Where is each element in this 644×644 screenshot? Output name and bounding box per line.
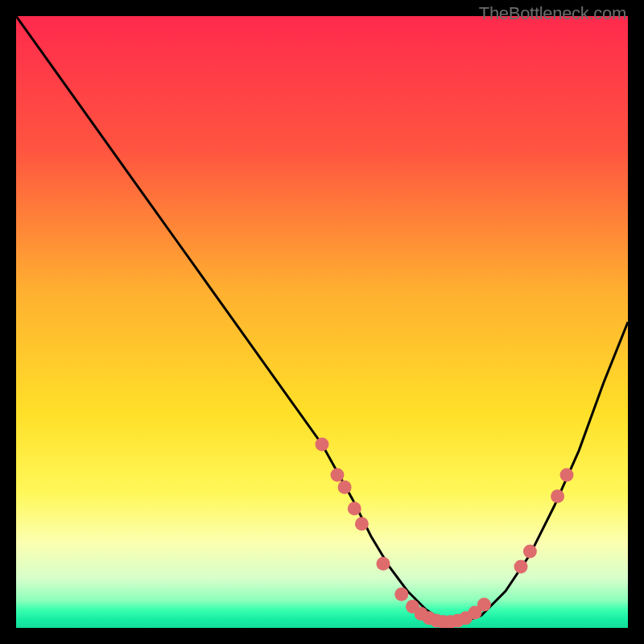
data-point bbox=[355, 517, 369, 530]
data-point bbox=[377, 557, 390, 571]
data-point bbox=[331, 469, 345, 482]
bottleneck-chart bbox=[16, 16, 628, 628]
chart-background bbox=[16, 16, 628, 628]
data-point bbox=[348, 502, 361, 515]
data-point bbox=[338, 481, 352, 494]
data-point bbox=[514, 560, 528, 574]
data-point bbox=[316, 438, 329, 452]
chart-frame bbox=[16, 16, 628, 628]
data-point bbox=[551, 489, 564, 503]
data-point bbox=[394, 588, 408, 601]
data-point bbox=[523, 545, 537, 559]
watermark-text: TheBottleneck.com bbox=[479, 3, 626, 24]
data-point bbox=[477, 598, 491, 612]
data-point bbox=[560, 469, 574, 482]
